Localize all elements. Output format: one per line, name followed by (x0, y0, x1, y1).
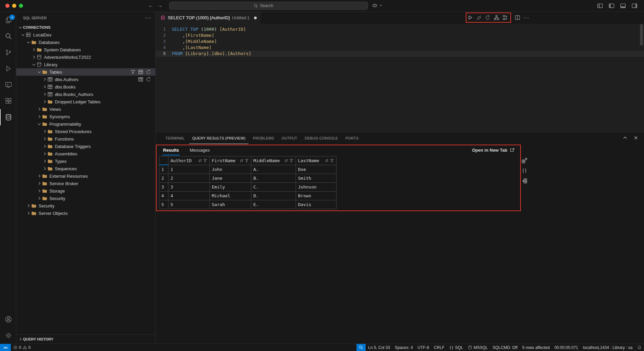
tree-item-database-triggers[interactable]: Database Triggers (16, 143, 155, 150)
tree-item-functions[interactable]: Functions (16, 135, 155, 143)
tab-query-results[interactable]: QUERY RESULTS (PREVIEW) (189, 132, 248, 144)
tree-item-synonyms[interactable]: Synonyms (16, 113, 155, 120)
tree-item-stored-procedures[interactable]: Stored Procedures (16, 128, 155, 135)
connection-status[interactable]: localhost,1434 : Library : sa (580, 344, 635, 351)
close-panel-icon[interactable] (633, 135, 639, 141)
filter-icon[interactable] (330, 158, 334, 163)
more-actions-button[interactable]: ··· (523, 14, 530, 21)
estimated-plan-button[interactable] (493, 14, 500, 21)
save-as-csv-icon[interactable] (522, 158, 527, 164)
sort-icon[interactable] (239, 158, 244, 163)
tree-item-dbo-books[interactable]: dbo.Books (16, 83, 155, 91)
column-header-lastname[interactable]: LastName (296, 156, 337, 165)
save-as-excel-icon[interactable] (522, 178, 527, 184)
tab-problems[interactable]: PROBLEMS (250, 132, 277, 144)
grid-cell[interactable]: A. (251, 165, 296, 174)
elapsed-time-status[interactable]: 00:00:00.071 (552, 344, 580, 351)
tab-debug-console[interactable]: DEBUG CONSOLE (302, 132, 341, 144)
tab-terminal[interactable]: TERMINAL (162, 132, 188, 144)
change-connection-button[interactable] (484, 14, 491, 21)
tree-item-system-databases[interactable]: System Databases (16, 46, 155, 53)
query-plan-button[interactable] (502, 14, 509, 21)
activity-remote-explorer[interactable] (0, 77, 16, 93)
tree-item-programmability[interactable]: Programmability (16, 120, 155, 128)
grid-cell[interactable]: Brown (296, 192, 337, 200)
tab-output[interactable]: OUTPUT (278, 132, 300, 144)
activity-source-control[interactable] (0, 44, 16, 60)
grid-row[interactable]: 3 3 Emily C. Johnson (159, 183, 337, 192)
tree-item-assemblies[interactable]: Assemblies (16, 150, 155, 157)
search-input[interactable] (260, 3, 284, 8)
language-mode-status[interactable]: {} SQL (447, 344, 465, 351)
activity-search[interactable] (0, 28, 16, 44)
indentation-status[interactable]: Spaces: 4 (392, 344, 415, 351)
save-as-json-icon[interactable] (522, 168, 527, 174)
encoding-status[interactable]: UTF-8 (415, 344, 432, 351)
row-number[interactable]: 1 (159, 165, 168, 174)
sqlcmd-status[interactable]: SQLCMD: Off (490, 344, 520, 351)
problems-status[interactable]: 0 0 (11, 344, 33, 351)
grid-cell[interactable]: C. (251, 183, 296, 192)
tree-item-databases[interactable]: Databases (16, 39, 155, 46)
activity-settings[interactable] (0, 327, 16, 344)
grid-row[interactable]: 1 1 John A. Doe (159, 165, 337, 174)
tree-item-views[interactable]: Views (16, 105, 155, 113)
tab-ports[interactable]: PORTS (342, 132, 362, 144)
toggle-panel-icon[interactable] (620, 2, 626, 9)
maximize-window-button[interactable] (19, 4, 23, 8)
tree-item-security-server[interactable]: Security (16, 202, 155, 209)
row-number[interactable]: 3 (159, 183, 168, 192)
filter-icon[interactable] (245, 158, 249, 163)
row-number[interactable]: 4 (159, 192, 168, 200)
grid-cell[interactable]: Michael (210, 192, 251, 200)
column-header-middlename[interactable]: MiddleName (251, 156, 296, 165)
tree-item-localdev[interactable]: LocalDev (16, 31, 155, 39)
tree-item-security-db[interactable]: Security (16, 195, 155, 202)
code-editor[interactable]: 1 SELECT TOP (1000) [AuthorID] 2 ,[First… (156, 24, 644, 132)
tree-item-dropped-ledger-tables[interactable]: Dropped Ledger Tables (16, 98, 155, 105)
activity-explorer[interactable]: 1 (0, 12, 16, 28)
activity-run-debug[interactable] (0, 60, 16, 77)
more-actions-icon[interactable]: ··· (145, 16, 151, 20)
grid-row[interactable]: 2 2 Jane B. Smith (159, 174, 337, 183)
zoom-indicator[interactable] (356, 344, 366, 351)
filter-icon[interactable] (289, 158, 294, 163)
messages-tab[interactable]: Messages (189, 145, 210, 155)
activity-extensions[interactable] (0, 93, 16, 109)
editor-scrollbar[interactable] (640, 24, 643, 45)
grid-cell[interactable]: D. (251, 192, 296, 200)
collapse-panel-icon[interactable] (622, 135, 628, 141)
grid-cell[interactable]: Davis (296, 200, 337, 209)
grid-cell[interactable]: Johnson (296, 183, 337, 192)
forward-icon[interactable]: → (157, 2, 162, 8)
table-designer-icon[interactable] (138, 77, 143, 82)
toggle-secondary-sidebar-icon[interactable] (631, 2, 638, 9)
close-window-button[interactable] (5, 4, 9, 8)
editor-tab[interactable]: SELECT TOP (1000) [AuthorID] Untitled-1 (156, 12, 260, 24)
grid-row[interactable]: 4 4 Michael D. Brown (159, 192, 337, 200)
grid-cell[interactable]: Doe (296, 165, 337, 174)
sort-icon[interactable] (325, 158, 329, 163)
tree-item-library[interactable]: Library (16, 61, 155, 68)
toggle-sidebar-icon[interactable] (608, 2, 615, 9)
cursor-position-status[interactable]: Ln 5, Col 33 (366, 344, 392, 351)
tree-item-dbo-books-authors[interactable]: dbo.Books_Authors (16, 91, 155, 98)
grid-cell[interactable]: 4 (168, 192, 210, 200)
grid-cell[interactable]: E. (251, 200, 296, 209)
grid-cell[interactable]: John (210, 165, 251, 174)
tree-item-dbo-authors[interactable]: dbo.Authors (16, 76, 155, 83)
column-header-authorid[interactable]: AuthorID (168, 156, 210, 165)
tree-item-service-broker[interactable]: Service Broker (16, 180, 155, 187)
activity-sql-server[interactable] (0, 109, 16, 125)
grid-cell[interactable]: Smith (296, 174, 337, 183)
provider-status[interactable]: MSSQL (465, 344, 490, 351)
customize-layout-icon[interactable] (597, 2, 603, 9)
split-editor-button[interactable] (514, 14, 521, 21)
grid-cell[interactable]: Emily (210, 183, 251, 192)
section-query-history[interactable]: QUERY HISTORY (16, 334, 155, 344)
activity-accounts[interactable] (0, 311, 16, 327)
grid-cell[interactable]: B. (251, 174, 296, 183)
select-all-corner[interactable] (159, 156, 168, 165)
section-connections[interactable]: CONNECTIONS (16, 24, 155, 31)
tree-item-tables[interactable]: Tables (16, 68, 155, 76)
